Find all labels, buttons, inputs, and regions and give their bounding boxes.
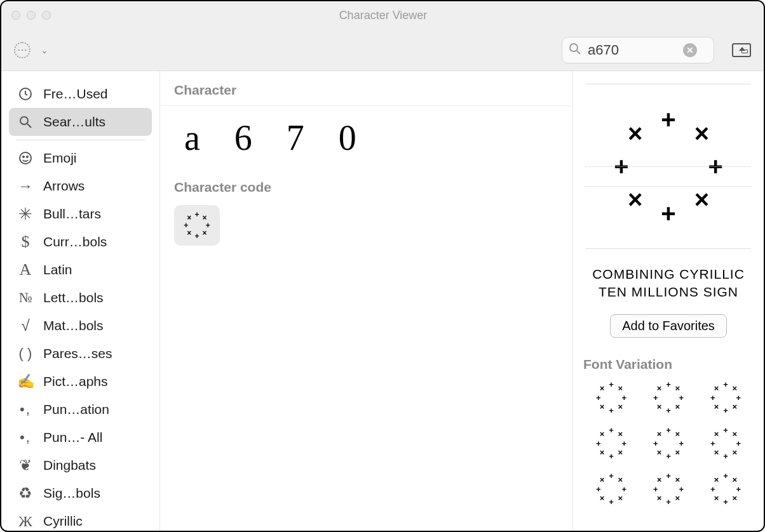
content-area: Fre…UsedSear…ultsEmoji→Arrows✳Bull…tars$… <box>1 71 764 531</box>
toolbar: ⋯ ⌄ ✕ <box>1 29 764 71</box>
sidebar-item-pares-ses[interactable]: ( )Pares…ses <box>9 340 152 368</box>
svg-point-6 <box>23 156 24 157</box>
svg-point-7 <box>27 156 28 157</box>
parens-icon: ( ) <box>17 345 34 362</box>
font-variation-title: Font Variation <box>583 357 754 372</box>
sidebar-item-cyrillic[interactable]: ЖCyrillic <box>9 507 152 531</box>
sidebar-item-sig-bols[interactable]: ♻Sig…bols <box>9 479 152 507</box>
font-variation-grid: +×+×+×+×+×+×+×+×+×+×+×+×+×+×+×+×+×+×+×+×… <box>583 381 754 505</box>
svg-point-3 <box>20 117 28 124</box>
sidebar-item-pict-aphs[interactable]: ✍Pict…aphs <box>9 368 152 396</box>
font-variation-cell[interactable]: +×+×+×+× <box>701 472 750 505</box>
recycle-icon: ♻ <box>17 484 34 502</box>
search-input[interactable] <box>588 42 677 58</box>
sidebar-item-label: Sig…bols <box>43 486 100 501</box>
ten-millions-glyph-icon: +×+×+×+× <box>608 106 729 227</box>
font-variation-cell[interactable]: +×+×+×+× <box>701 427 750 460</box>
sidebar-item-label: Bull…tars <box>43 206 101 222</box>
sidebar-item-dingbats[interactable]: ❦Dingbats <box>9 451 152 479</box>
character-preview: +×+×+×+× <box>586 84 751 249</box>
sidebar-item-label: Arrows <box>43 178 85 194</box>
sidebar-item-label: Lett…bols <box>43 290 104 305</box>
query-char[interactable]: 0 <box>339 117 356 158</box>
svg-point-0 <box>570 44 578 51</box>
zhe-icon: Ж <box>17 512 34 530</box>
numero-icon: № <box>17 289 34 307</box>
dots-icon: •, <box>17 401 34 418</box>
ten-millions-glyph-icon: +×+×+×+× <box>709 427 742 460</box>
sidebar-item-label: Fre…Used <box>43 86 108 102</box>
query-char[interactable]: 7 <box>287 117 304 158</box>
clock-icon <box>17 85 34 103</box>
sidebar-item-curr-bols[interactable]: $Curr…bols <box>9 228 152 256</box>
sidebar-item-pun-ation[interactable]: •,Pun…ation <box>9 396 152 423</box>
sidebar[interactable]: Fre…UsedSear…ultsEmoji→Arrows✳Bull…tars$… <box>1 71 160 531</box>
character-row: a670 <box>174 117 559 158</box>
font-variation-cell[interactable]: +×+×+×+× <box>644 472 693 505</box>
glyph-name: COMBINING CYRILLIC TEN MILLIONS SIGN <box>583 265 754 302</box>
ten-millions-glyph-icon: +×+×+×+× <box>595 381 628 414</box>
search-box[interactable]: ✕ <box>562 37 714 63</box>
sidebar-item-fre-used[interactable]: Fre…Used <box>9 80 152 108</box>
letterA-icon: A <box>17 261 34 279</box>
search-icon <box>17 113 34 131</box>
font-variation-cell[interactable]: +×+×+×+× <box>644 427 693 460</box>
font-variation-cell[interactable]: +×+×+×+× <box>701 381 750 414</box>
svg-line-1 <box>577 51 580 54</box>
dots-icon: •, <box>17 429 34 446</box>
add-to-favorites-button[interactable]: Add to Favorites <box>610 314 727 338</box>
sidebar-item-latin[interactable]: ALatin <box>9 256 152 284</box>
sidebar-item-label: Pict…aphs <box>43 374 108 389</box>
ten-millions-glyph-icon: +×+×+×+× <box>595 472 628 505</box>
sidebar-item-label: Emoji <box>43 150 77 166</box>
main-panel: Character a670 Character code +×+×+×+× <box>160 71 573 531</box>
query-char[interactable]: 6 <box>234 117 252 158</box>
dollar-icon: $ <box>17 233 34 251</box>
sidebar-item-label: Dingbats <box>43 458 96 473</box>
sidebar-item-mat-bols[interactable]: √Mat…bols <box>9 312 152 340</box>
svg-line-4 <box>27 124 31 128</box>
search-icon <box>569 43 581 58</box>
ten-millions-glyph-icon: +×+×+×+× <box>709 381 742 414</box>
inspector-panel[interactable]: +×+×+×+× COMBINING CYRILLIC TEN MILLIONS… <box>573 71 764 531</box>
character-code-result[interactable]: +×+×+×+× <box>174 205 220 246</box>
sidebar-item-label: Latin <box>43 262 72 277</box>
ten-millions-glyph-icon: +×+×+×+× <box>652 472 685 505</box>
font-variation-cell[interactable]: +×+×+×+× <box>587 472 635 505</box>
font-variation-cell[interactable]: +×+×+×+× <box>587 381 635 414</box>
section-title-code: Character code <box>174 180 559 195</box>
actions-menu-button[interactable]: ⋯ <box>14 42 30 58</box>
sidebar-item-label: Sear…ults <box>43 114 105 130</box>
arrow-icon: → <box>17 177 34 195</box>
sidebar-item-label: Pun…ation <box>43 402 109 417</box>
sidebar-item-label: Pares…ses <box>43 346 112 361</box>
radical-icon: √ <box>17 317 34 335</box>
sidebar-item-arrows[interactable]: →Arrows <box>9 172 152 200</box>
font-variation-cell[interactable]: +×+×+×+× <box>644 381 693 414</box>
sidebar-item-bull-tars[interactable]: ✳Bull…tars <box>9 200 152 228</box>
section-title-character: Character <box>174 83 559 98</box>
svg-point-5 <box>20 152 31 164</box>
dingbat-icon: ❦ <box>17 456 34 474</box>
sidebar-item-pun-all[interactable]: •,Pun…- All <box>9 423 152 451</box>
ten-millions-glyph-icon: +×+×+×+× <box>595 427 628 460</box>
chevron-down-icon[interactable]: ⌄ <box>41 45 48 55</box>
clear-search-button[interactable]: ✕ <box>683 43 697 57</box>
sidebar-item-sear-ults[interactable]: Sear…ults <box>9 108 152 136</box>
ten-millions-glyph-icon: +×+×+×+× <box>709 472 742 505</box>
sidebar-divider <box>15 140 146 140</box>
sidebar-item-lett-bols[interactable]: №Lett…bols <box>9 284 152 312</box>
ten-millions-glyph-icon: +×+×+×+× <box>652 427 685 460</box>
font-variation-cell[interactable]: +×+×+×+× <box>587 427 635 460</box>
sidebar-item-label: Mat…bols <box>43 318 104 333</box>
ten-millions-glyph-icon: +×+×+×+× <box>652 381 685 414</box>
asterisk-icon: ✳ <box>17 205 34 223</box>
ten-millions-glyph-icon: +×+×+×+× <box>183 211 211 239</box>
emoji-icon <box>17 149 34 167</box>
query-char[interactable]: a <box>184 117 200 158</box>
window-title: Character Viewer <box>13 9 754 22</box>
sidebar-item-emoji[interactable]: Emoji <box>9 144 152 172</box>
collapse-window-button[interactable] <box>732 43 751 57</box>
pencil-icon: ✍ <box>17 373 34 390</box>
sidebar-item-label: Pun…- All <box>43 430 102 445</box>
